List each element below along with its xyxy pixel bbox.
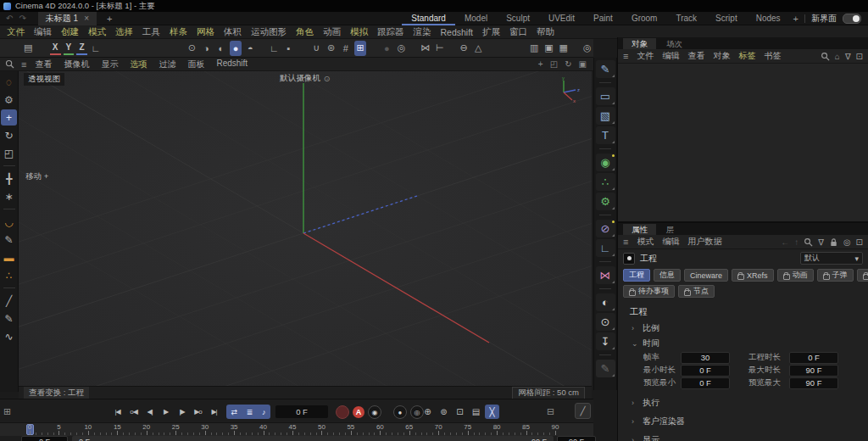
add-document-button[interactable]: + [107, 14, 112, 24]
coordinate-system-button[interactable]: ∟ [90, 41, 102, 56]
next-frame-button[interactable]: |▶ [175, 405, 189, 419]
group-time[interactable]: ⌄ 时间 [618, 333, 868, 349]
panel-menu-icon[interactable]: ≡ [623, 237, 628, 247]
menubar-item[interactable]: 扩展 [482, 26, 500, 38]
panel-tab[interactable]: 场次 [658, 38, 691, 49]
panel-tab[interactable]: 层 [658, 224, 683, 235]
modeling-axis-button[interactable]: ⊖ [458, 41, 470, 56]
edit-icon[interactable]: ⊡ [856, 237, 863, 247]
interactive-render-button[interactable]: ◎ [581, 41, 593, 56]
target-button[interactable]: ◎ [395, 41, 407, 56]
menubar-item[interactable]: 跟踪器 [377, 26, 404, 38]
key-position-button[interactable]: ● [393, 405, 407, 419]
viewport-menu-item[interactable]: 过滤 [159, 59, 175, 70]
lock-icon[interactable] [829, 237, 838, 247]
collapsed-group[interactable]: ›执行 [618, 389, 868, 408]
layout-tab-script[interactable]: Script [706, 12, 747, 25]
null-button[interactable]: ⊘ [596, 220, 615, 237]
panel-tab[interactable]: 属性 [623, 224, 656, 235]
layout-tab-model[interactable]: Model [455, 12, 497, 25]
move-tool-button[interactable]: + [1, 109, 17, 126]
field-input[interactable]: 0 F [789, 352, 838, 364]
camera-button[interactable]: ⊙ [596, 313, 615, 331]
generator-button[interactable]: ⚙ [596, 193, 615, 210]
object-menu-item[interactable]: 查看 [687, 50, 704, 62]
prev-frame-button[interactable]: ◀| [142, 405, 157, 419]
workplane-lock-button[interactable]: ▪ [282, 41, 294, 56]
layout-tab-standard[interactable]: Standard [402, 12, 455, 25]
timeline-options-icon[interactable]: ⊟ [547, 406, 554, 417]
attribute-menu-item[interactable]: 模式 [637, 236, 654, 248]
current-frame-field[interactable]: 0 F [275, 405, 328, 418]
sketch-tool-button[interactable]: ∿ [1, 328, 17, 344]
redo-icon[interactable]: ↷ [19, 14, 25, 23]
record-button[interactable]: ● [336, 405, 349, 419]
field-input[interactable]: 90 F [789, 365, 838, 377]
viewport-menu-icon[interactable]: ≡ [21, 59, 26, 70]
filter-icon[interactable]: ∇ [818, 237, 824, 247]
panel-menu-icon[interactable]: ≡ [623, 51, 628, 61]
menubar-item[interactable]: 模式 [88, 26, 106, 38]
object-list[interactable] [618, 64, 868, 210]
object-menu-item[interactable]: 对象 [713, 50, 730, 62]
target-icon[interactable]: ◎ [843, 237, 851, 247]
tool-settings-button[interactable]: ⚙ [1, 92, 17, 108]
normal-move-button[interactable]: △ [472, 41, 484, 56]
menubar-item[interactable]: 工具 [142, 26, 160, 38]
attribute-tab-item[interactable]: XRefs [732, 269, 774, 282]
group-scale[interactable]: › 比例 [618, 318, 868, 333]
object-menu-item[interactable]: 书签 [764, 50, 781, 62]
viewport-menu-item[interactable]: 选项 [130, 59, 147, 70]
isolate-button[interactable]: ● [381, 41, 392, 56]
home-icon[interactable]: ⌂ [835, 52, 840, 61]
key-point-mode-button[interactable]: ⊕ [420, 405, 435, 419]
collapsed-group[interactable]: ›显示 [618, 427, 868, 441]
prev-key-button[interactable]: o◀ [126, 405, 141, 419]
goto-start-button[interactable]: |◀ [110, 405, 125, 419]
field-input[interactable]: 30 [681, 352, 730, 364]
attribute-tab-item[interactable]: 待办事项 [623, 285, 675, 298]
add-layout-button[interactable]: + [793, 14, 798, 24]
timeline-layout-icon[interactable]: ⊞ [3, 406, 11, 417]
guide-button[interactable]: ∟ [596, 239, 615, 257]
play-button[interactable]: ▶ [159, 405, 173, 419]
menubar-item[interactable]: Redshift [441, 27, 474, 37]
attribute-menu-item[interactable]: 编辑 [662, 236, 679, 248]
field-input[interactable]: 0 F [681, 365, 730, 377]
content-browser-button[interactable]: ▤ [22, 41, 34, 56]
rectangle-spline-button[interactable]: ▭ [596, 87, 615, 105]
key-filter-button[interactable]: ◉ [368, 405, 381, 419]
search-icon[interactable] [804, 237, 813, 247]
menubar-item[interactable]: 选择 [115, 26, 133, 38]
document-tab[interactable]: 未标题 1 × [38, 12, 97, 25]
spline-pen-button[interactable]: ✎ [596, 60, 615, 78]
layout-tab-paint[interactable]: Paint [584, 12, 622, 25]
menubar-item[interactable]: 角色 [296, 26, 314, 38]
new-ui-toggle[interactable] [843, 14, 861, 24]
render-view-button[interactable]: ▥ [528, 41, 540, 56]
point-tweak-button[interactable]: ∴ [1, 267, 17, 283]
menubar-item[interactable]: 创建 [61, 26, 79, 38]
key-rotation-mode-button[interactable]: ⊚ [437, 405, 451, 419]
layout-tab-uvedit[interactable]: UVEdit [539, 12, 584, 25]
viewport-menu-item[interactable]: Redshift [216, 59, 248, 70]
subdivision-surface-button[interactable]: ◉ [596, 154, 615, 171]
filter-icon[interactable]: ∇ [845, 52, 851, 61]
key-psr-mode-button[interactable]: ▤ [469, 405, 483, 419]
camera-label[interactable]: 默认摄像机 ⊙ [280, 73, 330, 84]
back-icon[interactable]: ← [781, 237, 789, 247]
attribute-tab-item[interactable]: 工程 [623, 269, 650, 282]
preset-dropdown[interactable]: 默认 ▾ [800, 252, 863, 265]
toggle-view-icon[interactable]: ▣ [579, 59, 587, 69]
timeline-ruler[interactable]: 051015202530354045505560657075808590 [0, 422, 593, 436]
snap-settings-button[interactable]: ⊚ [326, 41, 337, 56]
object-menu-item[interactable]: 标签 [738, 50, 755, 62]
deformer-button[interactable]: ⋈ [596, 266, 615, 284]
menubar-item[interactable]: 样条 [170, 26, 187, 38]
search-icon[interactable] [821, 52, 830, 61]
zoom-view-icon[interactable]: ◰ [550, 59, 558, 69]
close-icon[interactable]: × [84, 14, 89, 23]
viewport[interactable]: 透视视图 默认摄像机 ⊙ 移动 + y z x [19, 71, 592, 386]
up-icon[interactable]: ↑ [794, 237, 798, 247]
text-button[interactable]: T [596, 126, 615, 144]
